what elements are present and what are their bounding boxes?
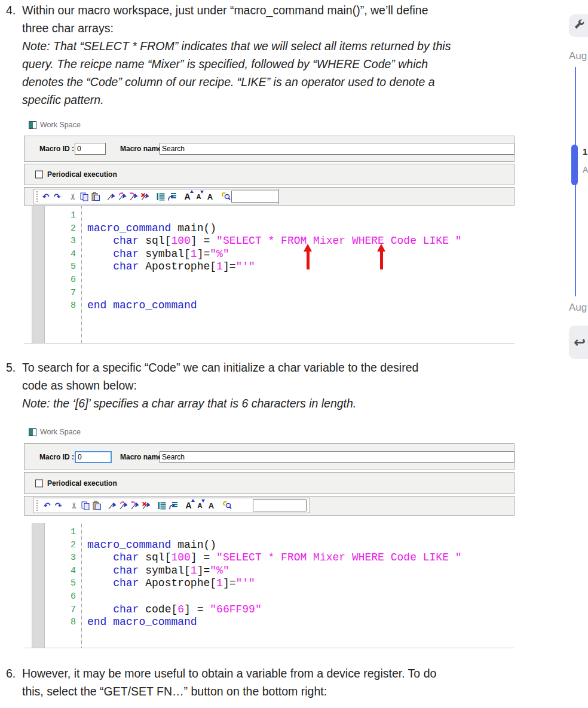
code-line: 7: [46, 287, 514, 300]
font-normal-icon[interactable]: A: [206, 500, 217, 511]
code-line: 3 char sql[100] = "SELECT * FROM Mixer W…: [46, 235, 514, 248]
macro-id-label: Macro ID :: [39, 145, 74, 153]
workspace-screenshot-1: Work Space Macro ID : Macro name : Perio…: [24, 118, 514, 344]
paste-icon[interactable]: [90, 191, 101, 202]
bookmark-next-icon[interactable]: [118, 500, 129, 511]
editor-toolbar: ↶↷✂AAA: [33, 189, 279, 204]
redo-icon[interactable]: ↷: [53, 500, 64, 511]
code-line: 4 char symbal[1]="%": [46, 565, 514, 578]
timeline-post-date: A: [583, 165, 588, 174]
find-icon[interactable]: [221, 500, 232, 511]
undo-icon[interactable]: ↶: [41, 500, 53, 511]
line-number: 4: [46, 248, 79, 261]
workspace-title: Work Space: [29, 121, 81, 129]
font-decrease-icon[interactable]: A: [193, 191, 204, 202]
copy-icon[interactable]: [78, 191, 90, 202]
macro-name-input[interactable]: [160, 451, 514, 463]
step-4: 4. Within our macro workspace, just unde…: [6, 1, 532, 109]
line-number: 2: [46, 539, 79, 552]
code-line: 6: [46, 590, 514, 603]
step-number: 6.: [6, 664, 22, 700]
workspace-title: Work Space: [29, 428, 81, 436]
indent-list-icon[interactable]: [156, 500, 167, 511]
bookmark-icon[interactable]: [106, 500, 118, 511]
code-line: 7 char code[6] = "66FF99": [46, 603, 514, 617]
bookmark-prev-icon[interactable]: [129, 500, 140, 511]
code-line: 1: [46, 209, 514, 222]
macro-info-panel: Macro ID : Macro name :: [24, 136, 514, 162]
line-number: 1: [46, 526, 79, 539]
toolbar-grip[interactable]: [36, 500, 39, 511]
font-normal-icon[interactable]: A: [204, 191, 216, 202]
step-number: 4.: [6, 1, 22, 109]
line-number: 6: [46, 274, 79, 287]
line-number: 8: [46, 299, 79, 312]
line-number: 7: [46, 287, 79, 300]
line-number: 6: [46, 590, 79, 603]
redo-icon[interactable]: ↷: [51, 191, 63, 202]
step-number: 5.: [6, 358, 22, 412]
periodical-checkbox[interactable]: [35, 171, 43, 179]
code-line: 8end macro_command: [46, 299, 514, 312]
toolbar-strip: ↶↷✂AAA: [24, 187, 514, 206]
bookmark-prev-icon[interactable]: [128, 191, 139, 202]
annotation-arrow-code: [377, 244, 386, 270]
line-number: 4: [46, 565, 79, 578]
copy-icon[interactable]: [79, 500, 91, 511]
step-6: 6. However, it may be more useful to obt…: [6, 664, 544, 700]
toolbar-search-input[interactable]: [253, 499, 307, 511]
code-line: 5 char Apostrophe[1]="'": [46, 260, 514, 274]
bookmark-clear-icon[interactable]: [140, 500, 152, 511]
code-line: 1: [46, 526, 514, 539]
bookmark-next-icon[interactable]: [117, 191, 128, 202]
font-increase-icon[interactable]: A: [183, 500, 194, 511]
code-line: 2macro_command main(): [46, 539, 514, 552]
workspace-screenshot-2: Work Space Macro ID : Macro name : Perio…: [24, 425, 514, 648]
page: 4. Within our macro workspace, just unde…: [0, 0, 588, 708]
macro-info-panel: Macro ID : Macro name :: [24, 443, 514, 470]
code-line: 5 char Apostrophe[1]="'": [46, 577, 514, 590]
toolbar-grip[interactable]: [36, 191, 38, 202]
line-number: 1: [46, 209, 79, 222]
line-number: 3: [46, 235, 79, 248]
font-decrease-icon[interactable]: A: [194, 500, 206, 511]
undo-icon[interactable]: ↶: [40, 191, 51, 202]
bookmark-clear-icon[interactable]: [139, 191, 151, 202]
step-text: Within our macro workspace, just under “…: [22, 1, 451, 37]
line-number: 5: [46, 577, 79, 590]
cut-icon[interactable]: ✂: [68, 500, 79, 511]
macro-name-input[interactable]: [160, 143, 514, 155]
outdent-list-icon[interactable]: [166, 191, 177, 202]
editor-margin: [32, 206, 45, 343]
step-note: Note: That “SELECT * FROM” indicates tha…: [22, 37, 451, 109]
code-editor[interactable]: 12macro_command main()3 char sql[100] = …: [24, 523, 514, 648]
paste-icon[interactable]: [91, 500, 102, 511]
step-text: However, it may be more useful to obtain…: [22, 664, 436, 700]
periodical-checkbox[interactable]: [35, 479, 43, 487]
line-number: 2: [46, 222, 79, 235]
line-number: 3: [46, 551, 79, 565]
code-line: 2macro_command main(): [46, 222, 514, 235]
indent-list-icon[interactable]: [155, 191, 166, 202]
macro-id-input[interactable]: [75, 451, 112, 463]
outdent-list-icon[interactable]: [167, 500, 179, 511]
step-text: To search for a specific “Code” we can i…: [22, 358, 418, 394]
bookmark-icon[interactable]: [105, 191, 117, 202]
cut-icon[interactable]: ✂: [67, 191, 78, 202]
code-line: 4 char symbal[1]="%": [46, 248, 514, 261]
macro-id-label: Macro ID :: [39, 453, 74, 461]
step-note: Note: the ‘[6]’ specifies a char array t…: [22, 394, 418, 412]
wrench-button[interactable]: [569, 14, 588, 37]
step-5: 5. To search for a specific “Code” we ca…: [6, 358, 532, 412]
reply-arrow-icon: ↩: [574, 335, 586, 350]
macro-id-input[interactable]: [75, 143, 106, 155]
font-increase-icon[interactable]: A: [182, 191, 193, 202]
toolbar-search-input[interactable]: [231, 191, 279, 203]
line-number: 7: [46, 603, 79, 617]
reply-button[interactable]: ↩: [569, 326, 588, 359]
timeline-handle[interactable]: [571, 145, 578, 185]
code-editor[interactable]: 12macro_command main()3 char sql[100] = …: [24, 206, 514, 344]
find-icon[interactable]: [220, 191, 231, 202]
code-line: 8end macro_command: [46, 616, 514, 629]
periodical-panel: Periodical execution: [24, 164, 514, 185]
